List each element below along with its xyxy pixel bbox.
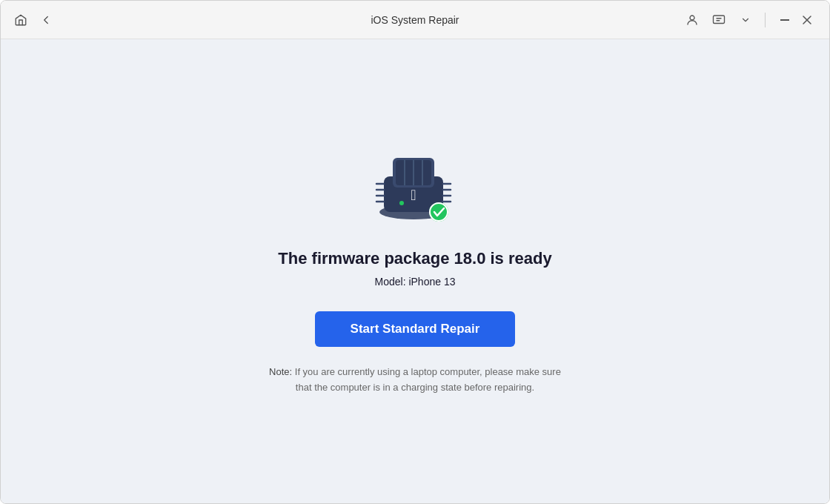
svg-text::  xyxy=(411,187,416,203)
window-title: iOS System Repair xyxy=(371,14,459,26)
titlebar-left xyxy=(13,12,54,28)
svg-point-23 xyxy=(430,203,448,221)
note-body: If you are currently using a laptop comp… xyxy=(292,366,561,393)
titlebar-right xyxy=(682,10,817,30)
titlebar: iOS System Repair xyxy=(1,1,829,39)
note-label: Note: xyxy=(269,366,292,377)
note-text: Note: If you are currently using a lapto… xyxy=(267,365,563,396)
back-icon[interactable] xyxy=(38,12,54,28)
main-content:  The firmware package 18.0 is ready Mod… xyxy=(1,39,829,503)
firmware-illustration:  xyxy=(371,147,459,228)
svg-rect-2 xyxy=(780,19,789,21)
app-window: iOS System Repair xyxy=(0,0,830,504)
home-icon[interactable] xyxy=(13,12,29,28)
svg-point-21 xyxy=(399,201,404,205)
start-standard-repair-button[interactable]: Start Standard Repair xyxy=(315,311,516,347)
firmware-heading: The firmware package 18.0 is ready xyxy=(278,249,551,268)
dropdown-icon[interactable] xyxy=(735,10,756,30)
svg-rect-1 xyxy=(714,16,725,24)
model-info: Model: iPhone 13 xyxy=(375,276,456,288)
model-value: iPhone 13 xyxy=(408,276,455,288)
chat-icon[interactable] xyxy=(708,10,729,30)
close-button[interactable] xyxy=(797,10,817,30)
account-icon[interactable] xyxy=(682,10,703,30)
window-controls xyxy=(774,10,817,30)
minimize-button[interactable] xyxy=(774,10,795,30)
titlebar-divider xyxy=(765,13,766,27)
svg-point-0 xyxy=(690,16,694,20)
model-label: Model: xyxy=(375,276,409,288)
